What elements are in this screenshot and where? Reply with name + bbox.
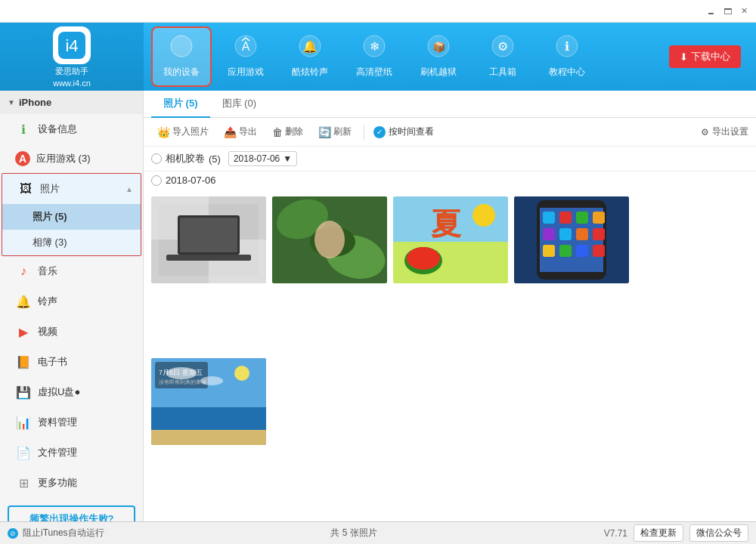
svg-rect-42 (559, 228, 572, 240)
sidebar-item-photos[interactable]: 🖼 照片 ▲ (2, 174, 141, 204)
nav-wallpapers[interactable]: ❄ 高清壁纸 (344, 26, 404, 87)
box-icon: 📦 (427, 35, 450, 63)
svg-text:📦: 📦 (432, 41, 446, 54)
sidebar-item-ebooks[interactable]: 📙 电子书 (0, 347, 143, 377)
more-icon: ⊞ (15, 474, 32, 491)
sidebar-file-mgr-label: 文件管理 (38, 446, 77, 459)
delete-icon: 🗑 (272, 126, 283, 138)
nav-jailbreak[interactable]: 📦 刷机越狱 (408, 26, 469, 87)
svg-point-33 (407, 247, 440, 270)
export-settings-button[interactable]: ⚙ 导出设置 (701, 125, 748, 138)
refresh-icon: 🔄 (318, 126, 331, 138)
sidebar-more-label: 更多功能 (38, 476, 77, 490)
sidebar-music-label: 音乐 (38, 264, 57, 278)
photo-4[interactable] (514, 196, 629, 283)
sidebar-item-apps[interactable]: A 应用游戏 (3) (0, 144, 143, 173)
svg-text:ℹ: ℹ (565, 40, 569, 53)
time-view-toggle[interactable]: ✓ 按时间查看 (373, 125, 434, 138)
sidebar-item-device-info[interactable]: ℹ 设备信息 (0, 114, 143, 144)
sidebar-apps-label: 应用游戏 (3) (36, 152, 91, 165)
sidebar-item-udisk[interactable]: 💾 虚拟U盘● (0, 377, 143, 407)
download-icon: ⬇ (680, 51, 688, 63)
close-button[interactable]: ✕ (738, 5, 750, 17)
camera-count: (5) (209, 153, 221, 165)
nav-tutorials-label: 教程中心 (549, 66, 585, 79)
photo-2[interactable] (272, 196, 387, 283)
delete-button[interactable]: 🗑 删除 (266, 122, 309, 141)
download-center-button[interactable]: ⬇ 下载中心 (669, 45, 741, 68)
status-right: V7.71 检查更新 微信公众号 (604, 524, 748, 542)
sidebar-sub-photos[interactable]: 照片 (5) (2, 204, 141, 230)
sidebar-item-data-mgr[interactable]: 📊 资料管理 (0, 407, 143, 437)
sidebar-udisk-label: 虚拟U盘● (38, 385, 80, 399)
date-group-radio[interactable]: 2018-07-06 (151, 175, 748, 186)
top-nav: i4 爱思助手 www.i4.cn 我的设备 A (0, 23, 756, 91)
date-select[interactable]: 2018-07-06 ▼ (228, 151, 297, 166)
svg-text:夏: 夏 (431, 207, 462, 241)
photos-grid: 夏 (144, 189, 756, 521)
maximize-button[interactable]: 🗖 (721, 5, 733, 17)
sidebar-item-file-mgr[interactable]: 📄 文件管理 (0, 437, 143, 468)
refresh-label: 刷新 (333, 125, 352, 138)
nav-jailbreak-label: 刷机越狱 (420, 66, 457, 79)
export-button[interactable]: 📤 导出 (218, 122, 263, 141)
photo-3[interactable]: 夏 (393, 196, 508, 283)
filter-row: 相机胶卷 (5) 2018-07-06 ▼ (144, 147, 756, 172)
date-group: 2018-07-06 (144, 172, 756, 189)
sidebar-iphone[interactable]: ▼ iPhone (0, 91, 143, 114)
minimize-button[interactable]: 🗕 (705, 5, 717, 17)
sidebar-albums-label: 相簿 (3) (33, 236, 67, 249)
svg-rect-44 (593, 228, 605, 240)
sidebar-bottom: 频繁出现操作失败? (0, 498, 143, 521)
status-bar: ⊘ 阻止iTunes自动运行 共 5 张照片 V7.71 检查更新 微信公众号 (0, 521, 756, 544)
export-icon: 📤 (224, 126, 237, 138)
svg-rect-40 (593, 212, 605, 224)
photo-5-inner: 7月6日 星期五 没有即将到来的事项 (151, 358, 266, 445)
device-info-icon: ℹ (15, 121, 32, 138)
sidebar-sub-albums[interactable]: 相簿 (3) (2, 230, 141, 255)
app-logo: i4 (53, 26, 91, 64)
check-update-button[interactable]: 检查更新 (634, 524, 683, 542)
itunes-toggle[interactable]: ⊘ 阻止iTunes自动运行 (8, 527, 104, 539)
refresh-button[interactable]: 🔄 刷新 (312, 122, 358, 141)
nav-my-device-label: 我的设备 (163, 66, 200, 79)
sidebar-item-music[interactable]: ♪ 音乐 (0, 256, 143, 286)
device-name: iPhone (19, 97, 51, 108)
apps-games-icon: A (15, 151, 30, 166)
svg-point-58 (200, 376, 223, 385)
nav-ringtones[interactable]: 🔔 酷炫铃声 (280, 26, 340, 87)
nav-tools[interactable]: ⚙ 工具箱 (472, 26, 533, 87)
svg-point-26 (314, 221, 345, 258)
camera-roll-radio[interactable]: 相机胶卷 (5) (151, 152, 221, 165)
trouble-button[interactable]: 频繁出现操作失败? (8, 505, 135, 521)
import-label: 导入照片 (172, 125, 209, 138)
sidebar-item-videos[interactable]: ▶ 视频 (0, 317, 143, 347)
photo-4-inner (514, 196, 629, 283)
download-center-label: 下载中心 (691, 50, 730, 63)
logo-text: 爱思助手 (55, 66, 88, 77)
wechat-button[interactable]: 微信公众号 (689, 524, 748, 542)
svg-rect-39 (576, 212, 588, 224)
photo-5[interactable]: 7月6日 星期五 没有即将到来的事项 (151, 358, 266, 445)
import-button[interactable]: 👑 导入照片 (151, 122, 215, 141)
tabs: 照片 (5) 图库 (0) (144, 91, 756, 118)
title-bar: 🗕 🗖 ✕ (0, 0, 756, 23)
file-mgr-icon: 📄 (15, 444, 32, 461)
tab-photos[interactable]: 照片 (5) (151, 91, 210, 118)
snowflake-icon: ❄ (363, 35, 386, 63)
svg-rect-52 (151, 430, 266, 445)
logo-area: i4 爱思助手 www.i4.cn (0, 23, 144, 91)
udisk-icon: 💾 (15, 384, 32, 400)
nav-items: 我的设备 A 应用游戏 🔔 酷炫铃声 (144, 23, 756, 91)
svg-point-2 (171, 36, 192, 57)
nav-apps[interactable]: A 应用游戏 (215, 26, 276, 87)
sidebar-item-ringtones[interactable]: 🔔 铃声 (0, 286, 143, 317)
nav-tutorials[interactable]: ℹ 教程中心 (537, 26, 597, 87)
nav-my-device[interactable]: 我的设备 (151, 26, 212, 87)
photo-1[interactable] (151, 196, 266, 283)
tab-gallery[interactable]: 图库 (0) (210, 91, 269, 118)
export-label: 导出 (239, 125, 257, 138)
chevron-up-icon: ▲ (125, 185, 133, 193)
sidebar-item-more[interactable]: ⊞ 更多功能 (0, 468, 143, 498)
date-group-label: 2018-07-06 (166, 175, 216, 186)
